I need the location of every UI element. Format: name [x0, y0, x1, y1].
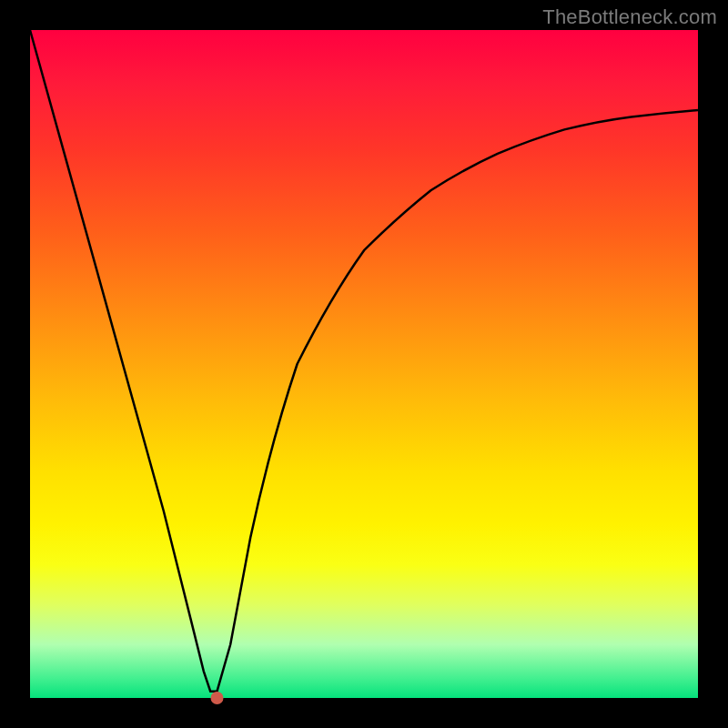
attribution-watermark: TheBottleneck.com [542, 5, 717, 29]
plot-area [30, 30, 698, 698]
bottleneck-curve [30, 30, 698, 692]
minimum-marker [211, 692, 224, 704]
chart-frame: TheBottleneck.com [0, 0, 728, 728]
chart-svg [30, 30, 698, 698]
